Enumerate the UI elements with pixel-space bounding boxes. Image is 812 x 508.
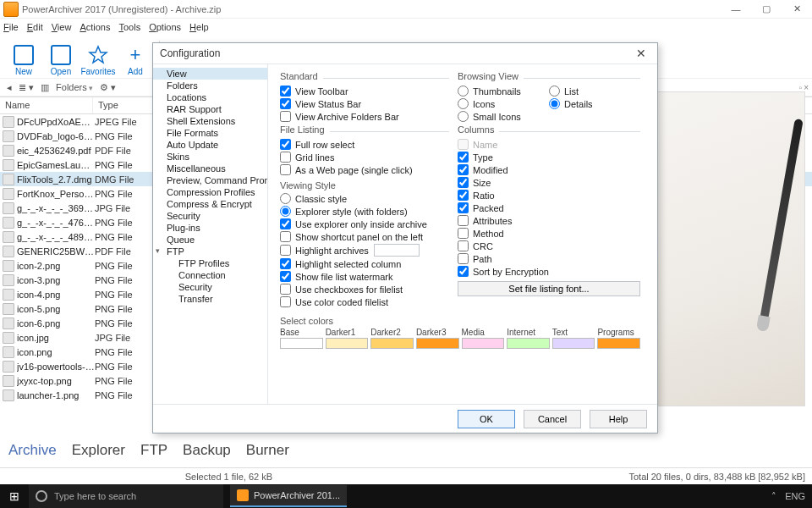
color-darker3[interactable]: Darker3 [416,328,459,349]
maximize-button[interactable]: ▢ [751,0,782,19]
color-programs[interactable]: Programs [597,328,640,349]
col-size-chk[interactable]: Size [458,177,640,188]
tree-miscellaneous[interactable]: Miscellaneous [153,163,267,174]
opt-grid[interactable]: Grid lines [280,152,449,163]
tree-security[interactable]: Security [153,281,267,293]
taskbar-search[interactable]: Type here to search [29,484,223,508]
file-icon [3,303,14,315]
bv-icons[interactable]: Icons [458,98,549,109]
ok-button[interactable]: OK [458,410,515,428]
tray-chevron-icon[interactable]: ˄ [771,491,776,502]
preview-toggle-icon[interactable]: ▥ [41,82,49,93]
col-mod-chk[interactable]: Modified [458,164,640,175]
bv-small[interactable]: Small Icons [458,111,549,122]
menu-actions[interactable]: Actions [80,22,110,32]
menu-help[interactable]: Help [189,22,209,32]
options-icon[interactable]: ⚙ ▾ [100,82,116,93]
tree-file-formats[interactable]: File Formats [153,127,267,139]
cancel-button[interactable]: Cancel [524,410,581,428]
vs-explorer[interactable]: Explorer style (with folders) [280,206,449,217]
close-button[interactable]: ✕ [782,0,812,19]
tree-connection[interactable]: Connection [153,269,267,281]
dialog-close-button[interactable]: ✕ [632,47,650,60]
new-button[interactable]: New [5,36,42,78]
opt-inside[interactable]: Use explorer only inside archive [280,218,449,229]
tree-shell-extensions[interactable]: Shell Extensions [153,115,267,127]
minimize-button[interactable]: — [721,0,751,19]
col-attr-chk[interactable]: Attributes [458,215,640,226]
opt-hiarch[interactable]: Highlight archives [280,244,449,257]
tab-ftp[interactable]: FTP [140,442,167,459]
config-tree[interactable]: ViewFoldersLocationsRAR SupportShell Ext… [153,64,268,404]
color-base[interactable]: Base [280,328,323,349]
opt-shortcut[interactable]: Show shortcut panel on the left [280,231,449,242]
col-method-chk[interactable]: Method [458,228,640,239]
col-packed-chk[interactable]: Packed [458,202,640,213]
menu-view[interactable]: View [52,22,72,32]
panel-close-icon[interactable]: × [804,83,809,92]
help-button[interactable]: Help [590,410,647,428]
start-button[interactable]: ⊞ [0,484,29,508]
opt-view-afb[interactable]: View Archive Folders Bar [280,111,449,122]
tray-lang[interactable]: ENG [785,491,805,501]
tree-locations[interactable]: Locations [153,91,267,103]
folders-dropdown[interactable]: Folders [56,82,93,92]
tree-skins[interactable]: Skins [153,151,267,163]
tree-preview-command-prompt[interactable]: Preview, Command Prompt [153,174,267,186]
nav-back-icon[interactable]: ◂ [7,82,12,93]
menu-file[interactable]: File [3,22,19,32]
color-media[interactable]: Media [462,328,505,349]
bv-thumbnails[interactable]: Thumbnails [458,86,549,97]
color-text[interactable]: Text [552,328,595,349]
tree-folders[interactable]: Folders [153,80,267,91]
search-placeholder: Type here to search [54,491,136,501]
tree-rar-support[interactable]: RAR Support [153,103,267,115]
opt-chkboxes[interactable]: Use checkboxes for filelist [280,284,449,295]
panel-restore-icon[interactable]: ▫ [799,83,803,92]
col-path-chk[interactable]: Path [458,253,640,264]
opt-colorcode[interactable]: Use color coded filelist [280,296,449,307]
opt-watermark[interactable]: Show file list watermark [280,271,449,282]
opt-full-row[interactable]: Full row select [280,139,449,150]
bv-list[interactable]: List [549,86,640,97]
bv-details[interactable]: Details [549,98,640,109]
tab-archive[interactable]: Archive [8,442,57,459]
tree-ftp-profiles[interactable]: FTP Profiles [153,257,267,269]
opt-view-status[interactable]: View Status Bar [280,98,449,109]
tree-security[interactable]: Security [153,210,267,222]
tree-transfer[interactable]: Transfer [153,293,267,305]
menu-edit[interactable]: Edit [27,22,43,32]
menu-options[interactable]: Options [149,22,181,32]
menu-tools[interactable]: Tools [118,22,140,32]
tree-queue[interactable]: Queue [153,234,267,246]
opt-webpage[interactable]: As a Web page (single click) [280,164,449,175]
tab-burner[interactable]: Burner [246,442,289,459]
col-ratio-chk[interactable]: Ratio [458,190,640,201]
hiarch-color[interactable] [374,244,420,257]
tab-explorer[interactable]: Explorer [72,442,125,459]
list-style-icon[interactable]: ≣ ▾ [19,82,34,93]
col-crc-chk[interactable]: CRC [458,240,640,251]
font-button[interactable]: Set file listing font... [458,281,640,296]
tree-ftp[interactable]: FTP [153,246,267,257]
col-sort-chk[interactable]: Sort by Encryption [458,266,640,277]
add-button[interactable]: +Add [117,36,154,78]
col-type-chk[interactable]: Type [458,152,640,163]
vs-classic[interactable]: Classic style [280,193,449,204]
tree-view[interactable]: View [153,68,267,80]
color-darker1[interactable]: Darker1 [326,328,369,349]
tree-compress-encrypt[interactable]: Compress & Encrypt [153,198,267,210]
taskbar-task[interactable]: PowerArchiver 201... [230,485,347,507]
opt-hisel[interactable]: Highlight selected column [280,258,449,269]
col-type[interactable]: Type [93,97,144,113]
tree-plug-ins[interactable]: Plug-ins [153,222,267,234]
col-name[interactable]: Name [0,97,93,113]
color-darker2[interactable]: Darker2 [370,328,414,349]
tree-compression-profiles[interactable]: Compression Profiles [153,186,267,198]
color-internet[interactable]: Internet [507,328,550,349]
opt-view-toolbar[interactable]: View Toolbar [280,86,449,97]
open-button[interactable]: Open [42,36,80,78]
fav-button[interactable]: Favorites [80,36,117,78]
tab-backup[interactable]: Backup [183,442,231,459]
tree-auto-update[interactable]: Auto Update [153,139,267,151]
